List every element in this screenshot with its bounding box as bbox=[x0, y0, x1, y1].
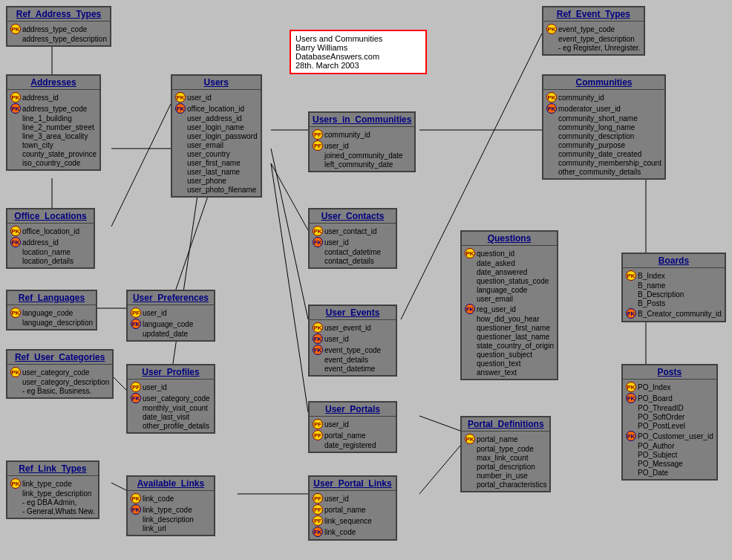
pf-badge: PF bbox=[313, 493, 323, 504]
field-name: PO_Date bbox=[638, 469, 668, 477]
entity-communities: CommunitiesPKcommunity_idFKmoderator_use… bbox=[542, 74, 666, 180]
entity-title-addresses: Addresses bbox=[7, 76, 99, 90]
annotation-box: Users and Communities Barry Williams Dat… bbox=[290, 30, 427, 74]
entity-boards: BoardsPKB_IndexB_nameB_DescriptionB_Post… bbox=[621, 253, 726, 322]
field-name: date_registered bbox=[324, 441, 376, 449]
table-row: community_short_name bbox=[546, 114, 661, 123]
field-name: user_login_name bbox=[187, 123, 244, 131]
table-row: address_type_description bbox=[10, 35, 107, 43]
fk-badge: FK bbox=[313, 527, 323, 537]
field-name: line_3_area_locality bbox=[22, 132, 88, 140]
annotation-line4: 28th. March 2003 bbox=[295, 61, 421, 70]
field-name: county_state_province bbox=[22, 150, 97, 158]
entity-title-ref_event_types: Ref_Event_Types bbox=[543, 7, 644, 22]
field-name: B_Index bbox=[638, 272, 665, 280]
diagram-area: Users and Communities Barry Williams Dat… bbox=[0, 0, 732, 560]
fk-badge: FK bbox=[10, 103, 21, 114]
entity-title-available_links: Available_Links bbox=[128, 477, 214, 491]
fk-badge: FK bbox=[10, 237, 21, 247]
table-row: community_long_name bbox=[546, 123, 661, 131]
field-name: community_description bbox=[558, 132, 634, 140]
table-row: question_subject bbox=[465, 351, 554, 359]
field-name: community_id bbox=[324, 131, 370, 139]
field-name: community_id bbox=[558, 94, 604, 102]
field-name: line_2_number_street bbox=[22, 123, 94, 131]
entity-office_locations: Office_LocationsPKoffice_location_idFKad… bbox=[6, 208, 95, 269]
pk-badge: PK bbox=[465, 434, 475, 444]
entity-body-user_contacts: PKuser_contact_idFKuser_idcontact_dateti… bbox=[310, 224, 396, 267]
field-name: link_code bbox=[143, 495, 174, 503]
field-name: community_purpose bbox=[558, 141, 625, 149]
pk-badge: PK bbox=[10, 478, 21, 489]
field-name: question_status_code bbox=[477, 277, 549, 285]
table-row: left_community_date bbox=[313, 160, 411, 169]
table-row: PO_Author bbox=[626, 442, 713, 450]
entity-title-user_preferences: User_Preferences bbox=[128, 291, 214, 305]
table-row: user_login_password bbox=[175, 132, 258, 140]
entity-body-questions: PKquestion_iddate_askeddate_answeredques… bbox=[462, 246, 557, 379]
field-name: user_id bbox=[324, 495, 349, 503]
field-name: PO_Subject bbox=[638, 451, 677, 459]
field-name: date_answered bbox=[477, 268, 527, 276]
table-row: PKaddress_type_code bbox=[10, 24, 107, 34]
field-name: PO_Board bbox=[638, 394, 673, 403]
pf-badge: PF bbox=[313, 419, 323, 429]
svg-line-16 bbox=[419, 416, 460, 431]
pk-badge: PK bbox=[313, 226, 323, 236]
field-name: questioner_first_name bbox=[477, 324, 550, 332]
fk-badge: FK bbox=[626, 308, 636, 319]
entity-title-ref_languages: Ref_Languages bbox=[7, 291, 96, 305]
table-row: other_community_details bbox=[546, 168, 661, 176]
table-row: PKB_Index bbox=[626, 270, 722, 281]
table-row: joined_community_date bbox=[313, 152, 411, 160]
field-name: PO_SoftOrder bbox=[638, 413, 684, 421]
field-name: number_in_use bbox=[477, 472, 528, 480]
table-row: other_profile_details bbox=[131, 422, 211, 430]
entity-users: UsersPKuser_idFKoffice_location_iduser_a… bbox=[171, 74, 262, 198]
pk-badge: PK bbox=[131, 493, 141, 504]
table-row: county_state_province bbox=[10, 150, 97, 158]
entity-user_events: User_EventsPKuser_event_idFKuser_idFKeve… bbox=[308, 305, 397, 377]
table-row: PKoffice_location_id bbox=[10, 226, 91, 236]
field-name: location_details bbox=[22, 257, 73, 265]
entity-body-users_in_communities: PFcommunity_idPFuser_idjoined_community_… bbox=[310, 127, 414, 171]
field-name: office_location_id bbox=[22, 227, 79, 235]
fk-badge: FK bbox=[313, 333, 323, 344]
table-row: user_last_name bbox=[175, 168, 258, 176]
pk-badge: PK bbox=[10, 226, 21, 236]
field-name: user_id bbox=[324, 420, 349, 429]
field-name: - eg Basic, Business. bbox=[22, 387, 91, 395]
pk-badge: PK bbox=[10, 24, 21, 34]
field-name: event_type_code bbox=[558, 25, 615, 33]
field-name: user_address_id bbox=[187, 114, 242, 123]
table-row: PO_Date bbox=[626, 469, 713, 477]
field-name: event_datetime bbox=[324, 365, 375, 373]
field-name: portal_name bbox=[324, 506, 366, 514]
table-row: line_3_area_locality bbox=[10, 132, 97, 140]
field-name: PO_Index bbox=[638, 383, 670, 391]
table-row: - eg DBA Admin, bbox=[10, 498, 95, 507]
table-row: FKreg_user_id bbox=[465, 304, 554, 314]
entity-title-user_events: User_Events bbox=[310, 306, 396, 320]
field-name: date_last_visit bbox=[143, 413, 189, 421]
entity-available_links: Available_LinksPKlink_codeFKlink_type_co… bbox=[126, 475, 215, 536]
table-row: FKoffice_location_id bbox=[175, 103, 258, 114]
table-row: link_type_description bbox=[10, 489, 95, 498]
field-name: link_sequence bbox=[324, 517, 372, 525]
table-row: state_country_of_origin bbox=[465, 342, 554, 350]
field-name: link_type_description bbox=[22, 489, 91, 498]
fk-badge: FK bbox=[131, 393, 141, 403]
table-row: contact_details bbox=[313, 257, 393, 265]
entity-users_in_communities: Users_in_CommunitiesPFcommunity_idPFuser… bbox=[308, 111, 416, 172]
field-name: B_Description bbox=[638, 290, 684, 299]
table-row: FKuser_id bbox=[313, 237, 393, 247]
table-row: PFportal_name bbox=[313, 504, 393, 515]
pk-badge: PK bbox=[626, 270, 636, 281]
field-name: link_code bbox=[324, 528, 356, 536]
field-name: contact_details bbox=[324, 257, 374, 265]
pk-badge: PK bbox=[546, 92, 557, 102]
entity-title-ref_user_categories: Ref_User_Categories bbox=[7, 351, 112, 365]
table-row: user_login_name bbox=[175, 123, 258, 131]
table-row: user_country bbox=[175, 150, 258, 158]
entity-body-user_profiles: PFuser_idFKuser_category_codemonthly_vis… bbox=[128, 380, 214, 432]
